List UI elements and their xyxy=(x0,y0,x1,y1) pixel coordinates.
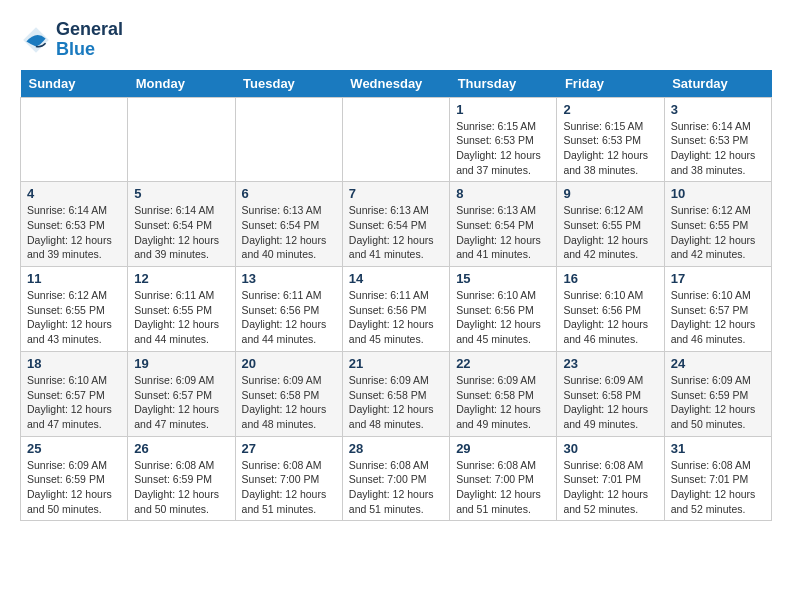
calendar-cell: 29Sunrise: 6:08 AMSunset: 7:00 PMDayligh… xyxy=(450,436,557,521)
day-info: Sunrise: 6:11 AMSunset: 6:55 PMDaylight:… xyxy=(134,288,228,347)
day-header-saturday: Saturday xyxy=(664,70,771,98)
day-info: Sunrise: 6:08 AMSunset: 6:59 PMDaylight:… xyxy=(134,458,228,517)
day-number: 23 xyxy=(563,356,657,371)
day-number: 30 xyxy=(563,441,657,456)
calendar-week-5: 25Sunrise: 6:09 AMSunset: 6:59 PMDayligh… xyxy=(21,436,772,521)
day-header-tuesday: Tuesday xyxy=(235,70,342,98)
day-header-friday: Friday xyxy=(557,70,664,98)
day-info: Sunrise: 6:10 AMSunset: 6:57 PMDaylight:… xyxy=(671,288,765,347)
logo-text: GeneralBlue xyxy=(56,20,123,60)
calendar-cell xyxy=(128,97,235,182)
calendar-cell: 2Sunrise: 6:15 AMSunset: 6:53 PMDaylight… xyxy=(557,97,664,182)
day-number: 7 xyxy=(349,186,443,201)
day-header-sunday: Sunday xyxy=(21,70,128,98)
day-number: 17 xyxy=(671,271,765,286)
day-number: 28 xyxy=(349,441,443,456)
day-number: 21 xyxy=(349,356,443,371)
day-info: Sunrise: 6:13 AMSunset: 6:54 PMDaylight:… xyxy=(242,203,336,262)
day-number: 4 xyxy=(27,186,121,201)
calendar-cell xyxy=(235,97,342,182)
day-number: 13 xyxy=(242,271,336,286)
calendar-cell: 14Sunrise: 6:11 AMSunset: 6:56 PMDayligh… xyxy=(342,267,449,352)
calendar-table: SundayMondayTuesdayWednesdayThursdayFrid… xyxy=(20,70,772,522)
day-number: 27 xyxy=(242,441,336,456)
calendar-cell: 7Sunrise: 6:13 AMSunset: 6:54 PMDaylight… xyxy=(342,182,449,267)
calendar-cell: 8Sunrise: 6:13 AMSunset: 6:54 PMDaylight… xyxy=(450,182,557,267)
day-number: 11 xyxy=(27,271,121,286)
day-number: 31 xyxy=(671,441,765,456)
day-info: Sunrise: 6:14 AMSunset: 6:53 PMDaylight:… xyxy=(671,119,765,178)
calendar-cell: 23Sunrise: 6:09 AMSunset: 6:58 PMDayligh… xyxy=(557,351,664,436)
day-number: 16 xyxy=(563,271,657,286)
calendar-cell: 26Sunrise: 6:08 AMSunset: 6:59 PMDayligh… xyxy=(128,436,235,521)
day-number: 25 xyxy=(27,441,121,456)
day-info: Sunrise: 6:08 AMSunset: 7:00 PMDaylight:… xyxy=(456,458,550,517)
day-number: 10 xyxy=(671,186,765,201)
day-number: 5 xyxy=(134,186,228,201)
day-number: 2 xyxy=(563,102,657,117)
day-info: Sunrise: 6:08 AMSunset: 7:00 PMDaylight:… xyxy=(242,458,336,517)
day-number: 19 xyxy=(134,356,228,371)
calendar-cell: 27Sunrise: 6:08 AMSunset: 7:00 PMDayligh… xyxy=(235,436,342,521)
calendar-cell: 22Sunrise: 6:09 AMSunset: 6:58 PMDayligh… xyxy=(450,351,557,436)
day-header-thursday: Thursday xyxy=(450,70,557,98)
page-header: GeneralBlue xyxy=(20,20,772,60)
day-number: 26 xyxy=(134,441,228,456)
calendar-cell: 12Sunrise: 6:11 AMSunset: 6:55 PMDayligh… xyxy=(128,267,235,352)
day-number: 22 xyxy=(456,356,550,371)
day-info: Sunrise: 6:14 AMSunset: 6:53 PMDaylight:… xyxy=(27,203,121,262)
day-info: Sunrise: 6:10 AMSunset: 6:56 PMDaylight:… xyxy=(456,288,550,347)
calendar-header-row: SundayMondayTuesdayWednesdayThursdayFrid… xyxy=(21,70,772,98)
day-info: Sunrise: 6:09 AMSunset: 6:58 PMDaylight:… xyxy=(563,373,657,432)
day-info: Sunrise: 6:09 AMSunset: 6:59 PMDaylight:… xyxy=(671,373,765,432)
calendar-cell: 20Sunrise: 6:09 AMSunset: 6:58 PMDayligh… xyxy=(235,351,342,436)
day-number: 20 xyxy=(242,356,336,371)
calendar-cell: 4Sunrise: 6:14 AMSunset: 6:53 PMDaylight… xyxy=(21,182,128,267)
calendar-cell: 11Sunrise: 6:12 AMSunset: 6:55 PMDayligh… xyxy=(21,267,128,352)
day-info: Sunrise: 6:11 AMSunset: 6:56 PMDaylight:… xyxy=(349,288,443,347)
day-number: 12 xyxy=(134,271,228,286)
day-number: 9 xyxy=(563,186,657,201)
calendar-cell: 16Sunrise: 6:10 AMSunset: 6:56 PMDayligh… xyxy=(557,267,664,352)
calendar-cell: 13Sunrise: 6:11 AMSunset: 6:56 PMDayligh… xyxy=(235,267,342,352)
calendar-cell: 31Sunrise: 6:08 AMSunset: 7:01 PMDayligh… xyxy=(664,436,771,521)
calendar-cell: 18Sunrise: 6:10 AMSunset: 6:57 PMDayligh… xyxy=(21,351,128,436)
day-number: 15 xyxy=(456,271,550,286)
calendar-cell: 19Sunrise: 6:09 AMSunset: 6:57 PMDayligh… xyxy=(128,351,235,436)
day-info: Sunrise: 6:12 AMSunset: 6:55 PMDaylight:… xyxy=(27,288,121,347)
day-info: Sunrise: 6:08 AMSunset: 7:01 PMDaylight:… xyxy=(671,458,765,517)
day-info: Sunrise: 6:08 AMSunset: 7:00 PMDaylight:… xyxy=(349,458,443,517)
calendar-cell: 1Sunrise: 6:15 AMSunset: 6:53 PMDaylight… xyxy=(450,97,557,182)
day-info: Sunrise: 6:09 AMSunset: 6:58 PMDaylight:… xyxy=(456,373,550,432)
day-header-monday: Monday xyxy=(128,70,235,98)
day-info: Sunrise: 6:13 AMSunset: 6:54 PMDaylight:… xyxy=(456,203,550,262)
day-number: 14 xyxy=(349,271,443,286)
calendar-cell: 3Sunrise: 6:14 AMSunset: 6:53 PMDaylight… xyxy=(664,97,771,182)
calendar-cell: 24Sunrise: 6:09 AMSunset: 6:59 PMDayligh… xyxy=(664,351,771,436)
calendar-cell: 15Sunrise: 6:10 AMSunset: 6:56 PMDayligh… xyxy=(450,267,557,352)
day-number: 18 xyxy=(27,356,121,371)
day-number: 29 xyxy=(456,441,550,456)
day-info: Sunrise: 6:10 AMSunset: 6:57 PMDaylight:… xyxy=(27,373,121,432)
calendar-week-4: 18Sunrise: 6:10 AMSunset: 6:57 PMDayligh… xyxy=(21,351,772,436)
calendar-cell xyxy=(342,97,449,182)
day-number: 1 xyxy=(456,102,550,117)
calendar-cell xyxy=(21,97,128,182)
calendar-cell: 17Sunrise: 6:10 AMSunset: 6:57 PMDayligh… xyxy=(664,267,771,352)
day-info: Sunrise: 6:08 AMSunset: 7:01 PMDaylight:… xyxy=(563,458,657,517)
calendar-cell: 25Sunrise: 6:09 AMSunset: 6:59 PMDayligh… xyxy=(21,436,128,521)
day-number: 3 xyxy=(671,102,765,117)
day-info: Sunrise: 6:09 AMSunset: 6:58 PMDaylight:… xyxy=(242,373,336,432)
calendar-cell: 10Sunrise: 6:12 AMSunset: 6:55 PMDayligh… xyxy=(664,182,771,267)
calendar-cell: 21Sunrise: 6:09 AMSunset: 6:58 PMDayligh… xyxy=(342,351,449,436)
calendar-cell: 9Sunrise: 6:12 AMSunset: 6:55 PMDaylight… xyxy=(557,182,664,267)
day-info: Sunrise: 6:15 AMSunset: 6:53 PMDaylight:… xyxy=(456,119,550,178)
day-info: Sunrise: 6:15 AMSunset: 6:53 PMDaylight:… xyxy=(563,119,657,178)
calendar-week-1: 1Sunrise: 6:15 AMSunset: 6:53 PMDaylight… xyxy=(21,97,772,182)
day-info: Sunrise: 6:09 AMSunset: 6:57 PMDaylight:… xyxy=(134,373,228,432)
day-info: Sunrise: 6:09 AMSunset: 6:58 PMDaylight:… xyxy=(349,373,443,432)
day-info: Sunrise: 6:09 AMSunset: 6:59 PMDaylight:… xyxy=(27,458,121,517)
day-info: Sunrise: 6:14 AMSunset: 6:54 PMDaylight:… xyxy=(134,203,228,262)
day-number: 24 xyxy=(671,356,765,371)
day-info: Sunrise: 6:12 AMSunset: 6:55 PMDaylight:… xyxy=(671,203,765,262)
